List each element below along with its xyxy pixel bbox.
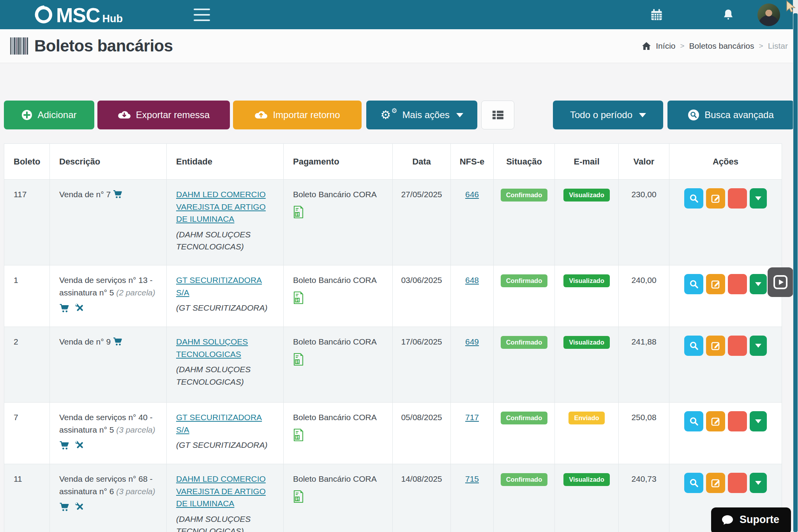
app-logo[interactable]: MSC Hub — [34, 5, 123, 25]
nfse-link[interactable]: 649 — [465, 337, 479, 346]
description-text: Venda de n° 9 — [59, 337, 113, 346]
breadcrumb-separator: > — [759, 42, 763, 50]
entity-link[interactable]: DAHM SOLUÇOES TECNOLOGICAS — [176, 337, 248, 359]
chevron-down-icon — [755, 419, 761, 423]
invoice-dollar-icon[interactable]: $ — [293, 490, 383, 507]
entity-link[interactable]: DAHM LED COMERCIO VAREJISTA DE ARTIGO DE… — [176, 474, 266, 508]
cell-entidade: DAHM LED COMERCIO VAREJISTA DE ARTIGO DE… — [167, 180, 284, 265]
invoice-dollar-icon[interactable]: $ — [293, 428, 383, 445]
user-avatar[interactable] — [757, 4, 780, 26]
edit-button[interactable] — [706, 411, 725, 431]
cell-entidade: DAHM SOLUÇOES TECNOLOGICAS (DAHM SOLUÇOE… — [167, 327, 284, 403]
nfse-link[interactable]: 646 — [465, 190, 479, 199]
breadcrumb-boletos[interactable]: Boletos bancários — [689, 41, 754, 51]
actions-toolbar: Adicionar Exportar remessa Importar reto… — [4, 101, 794, 129]
svg-text:$: $ — [296, 435, 298, 439]
table-row: 2 Venda de n° 9 DAHM SOLUÇOES TECNOLOGIC… — [4, 327, 782, 403]
entity-subtitle: (GT SECURITIZADORA) — [176, 439, 274, 451]
busca-avancada-button[interactable]: Busca avançada — [667, 101, 794, 129]
cart-icon-inline — [113, 190, 122, 199]
entity-subtitle: (GT SECURITIZADORA) — [176, 302, 274, 314]
todo-periodo-dropdown[interactable]: Todo o período — [553, 101, 663, 129]
description-icons — [59, 502, 157, 512]
magnifier-icon — [689, 341, 699, 350]
table-header-row: Boleto Descrição Entidade Pagamento Data… — [4, 144, 782, 180]
view-button[interactable] — [684, 274, 703, 294]
importar-retorno-button[interactable]: Importar retorno — [233, 101, 362, 129]
scrollbar-thumb[interactable] — [793, 13, 798, 532]
situacao-badge: Confirmado — [501, 189, 548, 201]
entity-subtitle: (DAHM SOLUÇOES TECNOLOGICAS) — [176, 228, 274, 253]
row-actions — [673, 473, 779, 493]
edit-pencil-icon — [711, 417, 720, 426]
page-header: Boletos bancários Início > Boletos bancá… — [0, 29, 798, 63]
breadcrumb: Início > Boletos bancários > Listar — [642, 41, 788, 51]
edit-button[interactable] — [706, 274, 725, 294]
col-header-nfse: NFS-e — [451, 144, 494, 180]
delete-button[interactable] — [728, 473, 747, 493]
apps-grid-icon[interactable] — [686, 8, 699, 21]
logo-text-hub: Hub — [102, 13, 123, 25]
magnifier-icon — [689, 279, 699, 289]
view-button[interactable] — [684, 336, 703, 356]
svg-text:$: $ — [296, 298, 298, 302]
list-icon — [492, 110, 504, 120]
gear-small-icon: ⚙ — [391, 108, 397, 114]
breadcrumb-inicio[interactable]: Início — [656, 41, 675, 51]
cell-descricao: Venda de serviços n° 40 - assinatura n° … — [50, 403, 167, 464]
page-scrollbar[interactable] — [793, 0, 798, 532]
cell-descricao: Venda de n° 9 — [50, 327, 167, 403]
row-dropdown-button[interactable] — [750, 274, 767, 294]
nfse-link[interactable]: 715 — [465, 474, 479, 483]
invoice-dollar-icon[interactable]: $ — [293, 205, 383, 222]
home-icon — [642, 42, 651, 50]
cell-boleto: 11 — [4, 464, 50, 532]
row-dropdown-button[interactable] — [750, 473, 767, 493]
calendar-icon[interactable] — [650, 8, 663, 21]
video-play-button[interactable] — [768, 267, 793, 297]
edit-button[interactable] — [706, 473, 725, 493]
entity-subtitle: (DAHM SOLUÇOES TECNOLOGICAS) — [176, 363, 274, 388]
mais-acoes-button[interactable]: ⚙ ⚙ Mais ações — [366, 101, 477, 129]
row-dropdown-button[interactable] — [750, 411, 767, 431]
adicionar-button[interactable]: Adicionar — [4, 101, 94, 129]
cell-boleto: 7 — [4, 403, 50, 464]
cart-icon — [59, 441, 69, 450]
row-dropdown-button[interactable] — [750, 336, 767, 356]
row-actions — [673, 336, 779, 356]
logo-text-msc: MSC — [56, 6, 100, 25]
notifications-bell-icon[interactable] — [722, 8, 735, 21]
email-badge: Enviado — [568, 412, 604, 424]
hamburger-menu-icon[interactable] — [194, 9, 210, 21]
cell-pagamento: Boleto Bancário CORA $ — [284, 403, 393, 464]
nfse-link[interactable]: 717 — [465, 413, 479, 422]
exportar-remessa-button[interactable]: Exportar remessa — [97, 101, 230, 129]
view-button[interactable] — [684, 188, 703, 209]
payment-label: Boleto Bancário CORA — [293, 276, 377, 285]
delete-button[interactable] — [728, 188, 747, 209]
edit-button[interactable] — [706, 188, 725, 209]
delete-button[interactable] — [728, 274, 747, 294]
gears-icon: ⚙ — [380, 109, 391, 121]
support-button[interactable]: Suporte — [711, 507, 791, 532]
nfse-link[interactable]: 648 — [465, 276, 479, 285]
situacao-badge: Confirmado — [501, 473, 548, 486]
list-view-button[interactable] — [481, 101, 514, 129]
edit-button[interactable] — [706, 336, 725, 356]
row-actions — [673, 188, 779, 209]
entity-link[interactable]: DAHM LED COMERCIO VAREJISTA DE ARTIGO DE… — [176, 190, 266, 223]
entity-link[interactable]: GT SECURITIZADORA S/A — [176, 413, 262, 434]
delete-button[interactable] — [728, 411, 747, 431]
col-header-descricao: Descrição — [50, 144, 167, 180]
invoice-dollar-icon[interactable]: $ — [293, 353, 383, 369]
view-button[interactable] — [684, 473, 703, 493]
row-dropdown-button[interactable] — [750, 188, 767, 209]
delete-button[interactable] — [728, 336, 747, 356]
view-button[interactable] — [684, 411, 703, 431]
cell-data: 27/05/2025 — [393, 180, 451, 265]
cell-valor: 241,88 — [619, 327, 669, 403]
entity-link[interactable]: GT SECURITIZADORA S/A — [176, 276, 262, 297]
cell-valor: 250,08 — [619, 403, 669, 464]
cloud-upload-icon — [254, 110, 268, 120]
invoice-dollar-icon[interactable]: $ — [293, 291, 383, 308]
